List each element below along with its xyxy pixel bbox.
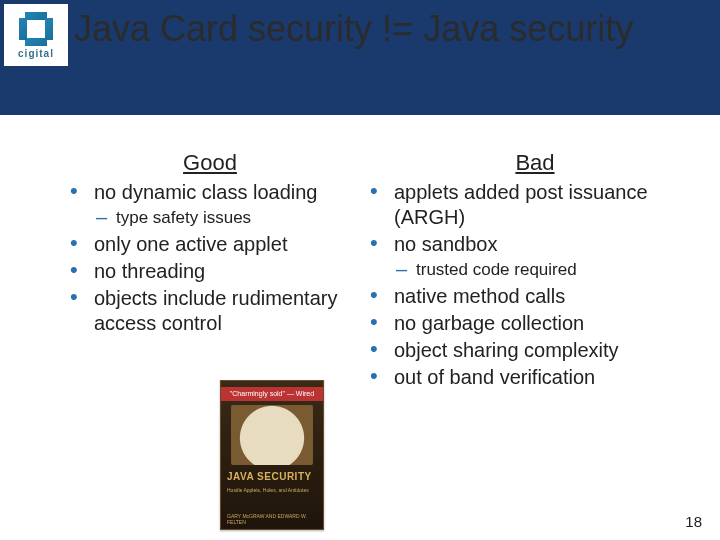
- book-banner: "Charmingly sold" — Wired: [221, 387, 323, 401]
- book-authors: GARY McGRAW AND EDWARD W. FELTEN: [227, 513, 317, 525]
- item-text: objects include rudimentary access contr…: [94, 287, 337, 334]
- book-subtitle: Hostile Applets, Holes, and Antidotes: [227, 487, 317, 493]
- item-text: applets added post issuance (ARGH): [394, 181, 648, 228]
- sub-item: trusted code required: [394, 259, 700, 280]
- book-title: JAVA SECURITY: [227, 471, 317, 482]
- list-item: applets added post issuance (ARGH): [370, 180, 700, 230]
- item-text: no sandbox: [394, 233, 497, 255]
- item-text: no garbage collection: [394, 312, 584, 334]
- list-item: no sandbox trusted code required: [370, 232, 700, 280]
- company-logo: cigital: [4, 4, 68, 66]
- good-header: Good: [70, 150, 350, 176]
- sub-item: type safety issues: [94, 207, 350, 228]
- book-cover-image: "Charmingly sold" — Wired JAVA SECURITY …: [220, 380, 324, 530]
- item-text: object sharing complexity: [394, 339, 619, 361]
- slide-title: Java Card security != Java security: [74, 8, 633, 50]
- logo-text: cigital: [18, 48, 54, 59]
- list-item: native method calls: [370, 284, 700, 309]
- item-text: no threading: [94, 260, 205, 282]
- book-art: [231, 405, 313, 465]
- logo-mark: [19, 12, 53, 46]
- bad-header: Bad: [370, 150, 700, 176]
- bad-column: Bad applets added post issuance (ARGH) n…: [360, 150, 720, 392]
- list-item: objects include rudimentary access contr…: [70, 286, 350, 336]
- bad-list: applets added post issuance (ARGH) no sa…: [370, 180, 700, 390]
- item-text: no dynamic class loading: [94, 181, 317, 203]
- content-area: Good no dynamic class loading type safet…: [0, 150, 720, 392]
- page-number: 18: [685, 513, 702, 530]
- list-item: out of band verification: [370, 365, 700, 390]
- item-text: out of band verification: [394, 366, 595, 388]
- list-item: object sharing complexity: [370, 338, 700, 363]
- list-item: no dynamic class loading type safety iss…: [70, 180, 350, 228]
- good-list: no dynamic class loading type safety iss…: [70, 180, 350, 336]
- list-item: no garbage collection: [370, 311, 700, 336]
- sub-list: trusted code required: [394, 259, 700, 280]
- list-item: only one active applet: [70, 232, 350, 257]
- item-text: only one active applet: [94, 233, 287, 255]
- good-column: Good no dynamic class loading type safet…: [0, 150, 360, 392]
- item-text: native method calls: [394, 285, 565, 307]
- sub-list: type safety issues: [94, 207, 350, 228]
- list-item: no threading: [70, 259, 350, 284]
